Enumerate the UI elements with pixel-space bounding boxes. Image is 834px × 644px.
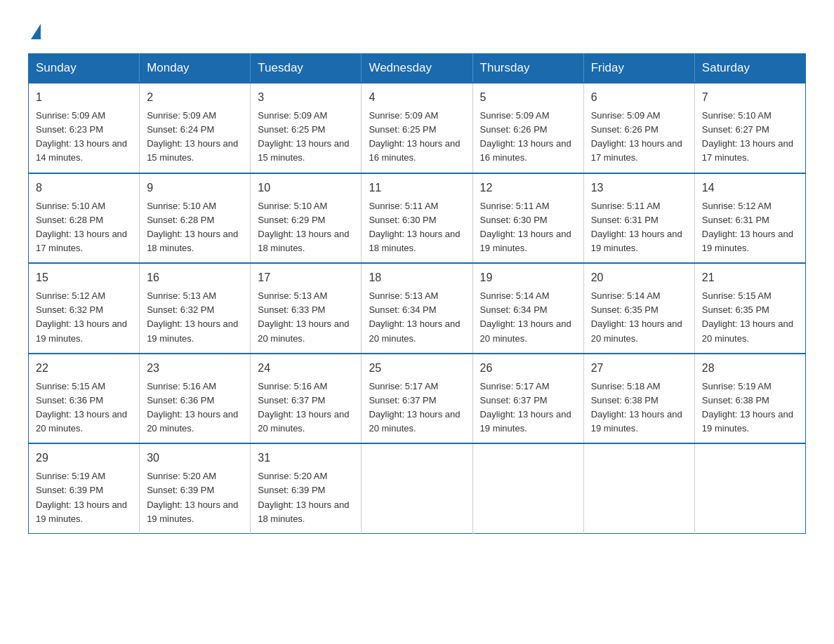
calendar-day-cell: 27Sunrise: 5:18 AMSunset: 6:38 PMDayligh… (583, 354, 694, 444)
day-info: Sunrise: 5:13 AMSunset: 6:33 PMDaylight:… (258, 289, 354, 346)
day-number: 8 (36, 180, 132, 196)
day-info: Sunrise: 5:13 AMSunset: 6:32 PMDaylight:… (147, 289, 243, 346)
day-number: 23 (147, 360, 243, 377)
calendar-week-row: 8Sunrise: 5:10 AMSunset: 6:28 PMDaylight… (29, 173, 806, 264)
day-info: Sunrise: 5:09 AMSunset: 6:25 PMDaylight:… (258, 109, 354, 166)
day-number: 11 (369, 180, 465, 196)
calendar-day-cell: 15Sunrise: 5:12 AMSunset: 6:32 PMDayligh… (29, 263, 140, 354)
day-number: 21 (702, 269, 798, 286)
day-info: Sunrise: 5:09 AMSunset: 6:24 PMDaylight:… (147, 109, 243, 166)
weekday-header-saturday: Saturday (694, 54, 805, 83)
day-number: 28 (702, 360, 798, 377)
day-info: Sunrise: 5:09 AMSunset: 6:25 PMDaylight:… (369, 109, 465, 166)
calendar-day-cell: 5Sunrise: 5:09 AMSunset: 6:26 PMDaylight… (472, 83, 583, 173)
day-number: 22 (36, 360, 132, 377)
weekday-header-thursday: Thursday (472, 54, 583, 83)
day-info: Sunrise: 5:20 AMSunset: 6:39 PMDaylight:… (258, 469, 354, 526)
calendar-week-row: 22Sunrise: 5:15 AMSunset: 6:36 PMDayligh… (29, 354, 806, 444)
calendar-day-cell: 20Sunrise: 5:14 AMSunset: 6:35 PMDayligh… (583, 263, 694, 354)
calendar-day-cell: 8Sunrise: 5:10 AMSunset: 6:28 PMDaylight… (29, 173, 140, 264)
weekday-header-friday: Friday (583, 54, 694, 83)
calendar-day-cell: 22Sunrise: 5:15 AMSunset: 6:36 PMDayligh… (29, 354, 140, 444)
day-info: Sunrise: 5:15 AMSunset: 6:35 PMDaylight:… (702, 289, 798, 346)
day-number: 2 (147, 89, 243, 106)
calendar-day-cell: 4Sunrise: 5:09 AMSunset: 6:25 PMDaylight… (362, 83, 472, 173)
weekday-header-row: SundayMondayTuesdayWednesdayThursdayFrid… (29, 54, 806, 83)
day-number: 14 (702, 180, 798, 196)
calendar-day-cell: 24Sunrise: 5:16 AMSunset: 6:37 PMDayligh… (251, 354, 362, 444)
calendar-day-cell: 11Sunrise: 5:11 AMSunset: 6:30 PMDayligh… (362, 173, 472, 264)
day-info: Sunrise: 5:20 AMSunset: 6:39 PMDaylight:… (147, 469, 243, 526)
day-info: Sunrise: 5:17 AMSunset: 6:37 PMDaylight:… (480, 380, 576, 436)
day-info: Sunrise: 5:11 AMSunset: 6:30 PMDaylight:… (369, 199, 465, 256)
day-info: Sunrise: 5:10 AMSunset: 6:28 PMDaylight:… (36, 199, 132, 256)
day-info: Sunrise: 5:09 AMSunset: 6:26 PMDaylight:… (591, 109, 687, 166)
day-number: 12 (480, 180, 576, 196)
day-number: 19 (480, 269, 576, 286)
calendar-week-row: 1Sunrise: 5:09 AMSunset: 6:23 PMDaylight… (29, 83, 806, 173)
day-info: Sunrise: 5:15 AMSunset: 6:36 PMDaylight:… (36, 380, 132, 436)
calendar-day-cell: 14Sunrise: 5:12 AMSunset: 6:31 PMDayligh… (694, 173, 805, 264)
calendar-day-cell (694, 443, 805, 533)
weekday-header-sunday: Sunday (29, 54, 140, 83)
weekday-header-wednesday: Wednesday (362, 54, 472, 83)
day-number: 18 (369, 269, 465, 286)
day-info: Sunrise: 5:10 AMSunset: 6:29 PMDaylight:… (258, 199, 354, 256)
calendar-day-cell: 30Sunrise: 5:20 AMSunset: 6:39 PMDayligh… (140, 443, 251, 533)
day-number: 29 (36, 450, 132, 467)
day-info: Sunrise: 5:16 AMSunset: 6:36 PMDaylight:… (147, 380, 243, 436)
logo-triangle-icon (31, 24, 41, 39)
day-number: 4 (369, 89, 465, 106)
day-number: 13 (591, 180, 687, 196)
day-number: 17 (258, 269, 354, 286)
day-number: 31 (258, 450, 354, 467)
calendar-day-cell: 26Sunrise: 5:17 AMSunset: 6:37 PMDayligh… (472, 354, 583, 444)
day-number: 24 (258, 360, 354, 377)
calendar-day-cell (472, 443, 583, 533)
day-number: 6 (591, 89, 687, 106)
day-info: Sunrise: 5:09 AMSunset: 6:23 PMDaylight:… (36, 109, 132, 166)
calendar-day-cell: 3Sunrise: 5:09 AMSunset: 6:25 PMDaylight… (251, 83, 362, 173)
logo (28, 21, 41, 39)
day-info: Sunrise: 5:11 AMSunset: 6:31 PMDaylight:… (591, 199, 687, 256)
day-info: Sunrise: 5:10 AMSunset: 6:28 PMDaylight:… (147, 199, 243, 256)
calendar-table: SundayMondayTuesdayWednesdayThursdayFrid… (28, 53, 806, 534)
calendar-day-cell: 21Sunrise: 5:15 AMSunset: 6:35 PMDayligh… (694, 263, 805, 354)
day-info: Sunrise: 5:13 AMSunset: 6:34 PMDaylight:… (369, 289, 465, 346)
calendar-day-cell: 10Sunrise: 5:10 AMSunset: 6:29 PMDayligh… (251, 173, 362, 264)
day-number: 25 (369, 360, 465, 377)
calendar-day-cell: 13Sunrise: 5:11 AMSunset: 6:31 PMDayligh… (583, 173, 694, 264)
calendar-day-cell: 25Sunrise: 5:17 AMSunset: 6:37 PMDayligh… (362, 354, 472, 444)
day-info: Sunrise: 5:14 AMSunset: 6:35 PMDaylight:… (591, 289, 687, 346)
calendar-day-cell: 19Sunrise: 5:14 AMSunset: 6:34 PMDayligh… (472, 263, 583, 354)
calendar-day-cell: 1Sunrise: 5:09 AMSunset: 6:23 PMDaylight… (29, 83, 140, 173)
calendar-day-cell: 29Sunrise: 5:19 AMSunset: 6:39 PMDayligh… (29, 443, 140, 533)
day-info: Sunrise: 5:11 AMSunset: 6:30 PMDaylight:… (480, 199, 576, 256)
day-info: Sunrise: 5:12 AMSunset: 6:32 PMDaylight:… (36, 289, 132, 346)
calendar-day-cell: 2Sunrise: 5:09 AMSunset: 6:24 PMDaylight… (140, 83, 251, 173)
calendar-day-cell: 17Sunrise: 5:13 AMSunset: 6:33 PMDayligh… (251, 263, 362, 354)
day-number: 10 (258, 180, 354, 196)
day-number: 9 (147, 180, 243, 196)
day-info: Sunrise: 5:17 AMSunset: 6:37 PMDaylight:… (369, 380, 465, 436)
day-info: Sunrise: 5:14 AMSunset: 6:34 PMDaylight:… (480, 289, 576, 346)
day-number: 15 (36, 269, 132, 286)
page-header (28, 21, 806, 39)
calendar-day-cell: 12Sunrise: 5:11 AMSunset: 6:30 PMDayligh… (472, 173, 583, 264)
calendar-day-cell (583, 443, 694, 533)
day-number: 26 (480, 360, 576, 377)
day-number: 5 (480, 89, 576, 106)
day-info: Sunrise: 5:10 AMSunset: 6:27 PMDaylight:… (702, 109, 798, 166)
calendar-day-cell: 16Sunrise: 5:13 AMSunset: 6:32 PMDayligh… (140, 263, 251, 354)
day-number: 20 (591, 269, 687, 286)
day-number: 27 (591, 360, 687, 377)
day-number: 16 (147, 269, 243, 286)
calendar-day-cell: 9Sunrise: 5:10 AMSunset: 6:28 PMDaylight… (140, 173, 251, 264)
calendar-week-row: 15Sunrise: 5:12 AMSunset: 6:32 PMDayligh… (29, 263, 806, 354)
weekday-header-monday: Monday (140, 54, 251, 83)
day-number: 1 (36, 89, 132, 106)
day-info: Sunrise: 5:18 AMSunset: 6:38 PMDaylight:… (591, 380, 687, 436)
calendar-day-cell: 23Sunrise: 5:16 AMSunset: 6:36 PMDayligh… (140, 354, 251, 444)
calendar-day-cell: 18Sunrise: 5:13 AMSunset: 6:34 PMDayligh… (362, 263, 472, 354)
calendar-day-cell (362, 443, 472, 533)
